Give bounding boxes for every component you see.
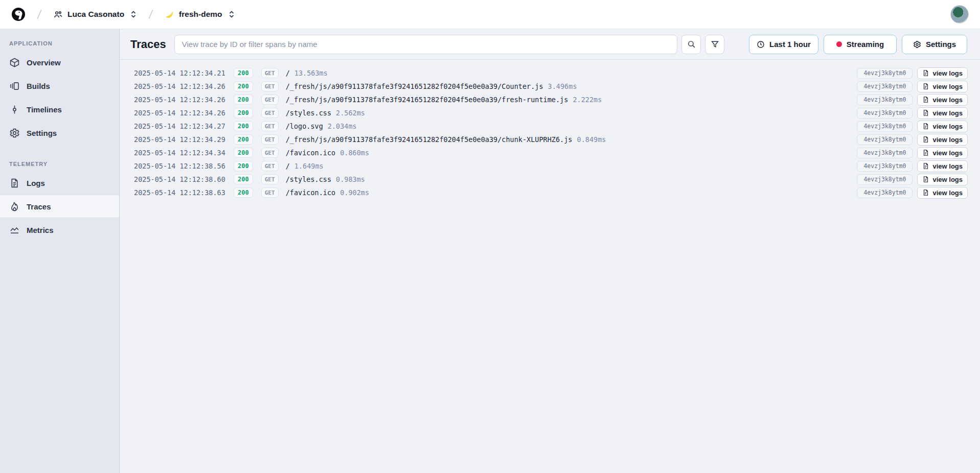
trace-row[interactable]: 2025-05-14 12:12:34.34 200 GET /favicon.… [134, 146, 968, 159]
trace-duration: 0.849ms [577, 135, 606, 144]
file-text-icon [922, 176, 929, 183]
trace-row[interactable]: 2025-05-14 12:12:38.63 200 GET /favicon.… [134, 186, 968, 199]
view-logs-button[interactable]: view logs [917, 187, 968, 199]
view-logs-label: view logs [932, 189, 963, 197]
trace-row[interactable]: 2025-05-14 12:12:38.60 200 GET /styles.c… [134, 173, 968, 186]
breadcrumb-project[interactable]: fresh-demo [165, 10, 235, 19]
streaming-label: Streaming [847, 40, 884, 49]
trace-id-badge: 4evzj3k8ytm0 [857, 68, 913, 79]
trace-duration: 0.902ms [340, 188, 369, 197]
traces-toolbar: Traces Last 1 hour Streaming Set [120, 29, 980, 60]
file-text-icon [922, 69, 929, 77]
status-badge: 200 [234, 134, 253, 145]
trace-row[interactable]: 2025-05-14 12:12:38.56 200 GET / 1.649ms… [134, 159, 968, 173]
status-badge: 200 [234, 68, 253, 78]
sidebar-item-overview[interactable]: Overview [0, 51, 119, 74]
cube-icon [9, 57, 20, 68]
status-badge: 200 [234, 81, 253, 91]
sidebar-item-label: Overview [27, 58, 61, 67]
user-avatar[interactable] [950, 5, 969, 23]
trace-duration: 3.496ms [548, 82, 577, 90]
status-badge: 200 [234, 174, 253, 184]
trace-settings-button[interactable]: Settings [902, 35, 967, 54]
chevron-updown-icon [228, 10, 235, 18]
trace-timestamp: 2025-05-14 12:12:34.27 [134, 122, 229, 130]
trace-row[interactable]: 2025-05-14 12:12:34.21 200 GET / 13.563m… [134, 66, 968, 80]
sidebar-item-label: Builds [27, 82, 50, 90]
view-logs-button[interactable]: view logs [917, 147, 968, 159]
time-range-label: Last 1 hour [769, 40, 811, 49]
project-name: fresh-demo [179, 10, 222, 19]
file-text-icon [922, 149, 929, 156]
sidebar-item-metrics[interactable]: Metrics [0, 218, 119, 242]
filter-button[interactable] [705, 35, 724, 54]
breadcrumb-separator [144, 8, 157, 21]
trace-id-badge: 4evzj3k8ytm0 [857, 108, 913, 119]
trace-timestamp: 2025-05-14 12:12:34.26 [134, 109, 229, 117]
method-badge: GET [261, 68, 279, 78]
view-logs-button[interactable]: view logs [917, 134, 968, 146]
status-badge: 200 [234, 121, 253, 131]
method-badge: GET [261, 121, 279, 131]
method-badge: GET [261, 148, 279, 158]
trace-duration: 2.034ms [328, 122, 357, 130]
trace-search-input[interactable] [174, 35, 677, 54]
sidebar-item-settings[interactable]: Settings [0, 121, 119, 145]
flame-icon [9, 201, 20, 212]
trend-icon [9, 225, 20, 235]
view-logs-button[interactable]: view logs [917, 160, 968, 172]
search-button[interactable] [681, 35, 701, 54]
fresh-lemon-icon [165, 10, 174, 19]
view-logs-button[interactable]: view logs [917, 94, 968, 106]
team-icon [53, 10, 63, 19]
chevron-updown-icon [130, 10, 137, 18]
trace-duration: 2.222ms [573, 96, 602, 104]
deno-logo[interactable] [11, 7, 26, 21]
method-badge: GET [261, 161, 279, 171]
method-badge: GET [261, 108, 279, 118]
file-text-icon [922, 123, 929, 130]
sidebar-section-application: APPLICATION [0, 35, 119, 51]
trace-row[interactable]: 2025-05-14 12:12:34.29 200 GET /_fresh/j… [134, 133, 968, 146]
trace-id-badge: 4evzj3k8ytm0 [857, 174, 913, 185]
trace-row[interactable]: 2025-05-14 12:12:34.26 200 GET /_fresh/j… [134, 93, 968, 106]
breadcrumb-org[interactable]: Luca Casonato [53, 10, 137, 19]
trace-timestamp: 2025-05-14 12:12:34.26 [134, 82, 229, 90]
view-logs-label: view logs [932, 83, 963, 90]
trace-timestamp: 2025-05-14 12:12:34.29 [134, 135, 229, 144]
trace-path: /logo.svg [286, 122, 323, 130]
sidebar-section-telemetry: TELEMETRY [0, 156, 119, 171]
streaming-button[interactable]: Streaming [824, 35, 897, 54]
view-logs-button[interactable]: view logs [917, 67, 968, 79]
view-logs-label: view logs [932, 96, 963, 104]
method-badge: GET [261, 94, 279, 105]
sidebar-item-timelines[interactable]: Timelines [0, 98, 119, 121]
view-logs-button[interactable]: view logs [917, 107, 968, 119]
view-logs-label: view logs [932, 123, 963, 130]
settings-label: Settings [926, 40, 956, 49]
trace-id-badge: 4evzj3k8ytm0 [857, 187, 913, 198]
trace-row[interactable]: 2025-05-14 12:12:34.26 200 GET /_fresh/j… [134, 80, 968, 93]
trace-id-badge: 4evzj3k8ytm0 [857, 81, 913, 92]
trace-timestamp: 2025-05-14 12:12:38.63 [134, 188, 229, 197]
file-text-icon [922, 162, 929, 170]
sidebar-item-builds[interactable]: Builds [0, 74, 119, 98]
view-logs-button[interactable]: view logs [917, 174, 968, 185]
trace-row[interactable]: 2025-05-14 12:12:34.27 200 GET /logo.svg… [134, 120, 968, 133]
sidebar-item-logs[interactable]: Logs [0, 171, 119, 195]
main-content: Traces Last 1 hour Streaming Set [120, 29, 980, 473]
view-logs-button[interactable]: view logs [917, 121, 968, 132]
trace-duration: 13.563ms [294, 69, 328, 77]
method-badge: GET [261, 81, 279, 91]
trace-list: 2025-05-14 12:12:34.21 200 GET / 13.563m… [120, 60, 980, 199]
trace-row[interactable]: 2025-05-14 12:12:34.26 200 GET /styles.c… [134, 106, 968, 120]
file-text-icon [922, 136, 929, 143]
view-logs-label: view logs [932, 69, 963, 77]
sidebar-item-traces[interactable]: Traces [0, 195, 119, 218]
trace-path: /_fresh/js/a90f911378fafe3f9241651282f02… [286, 96, 568, 104]
view-logs-button[interactable]: view logs [917, 81, 968, 92]
trace-id-badge: 4evzj3k8ytm0 [857, 134, 913, 145]
time-range-button[interactable]: Last 1 hour [749, 35, 818, 54]
trace-path: /favicon.ico [286, 188, 336, 197]
sidebar-item-label: Metrics [27, 226, 54, 234]
